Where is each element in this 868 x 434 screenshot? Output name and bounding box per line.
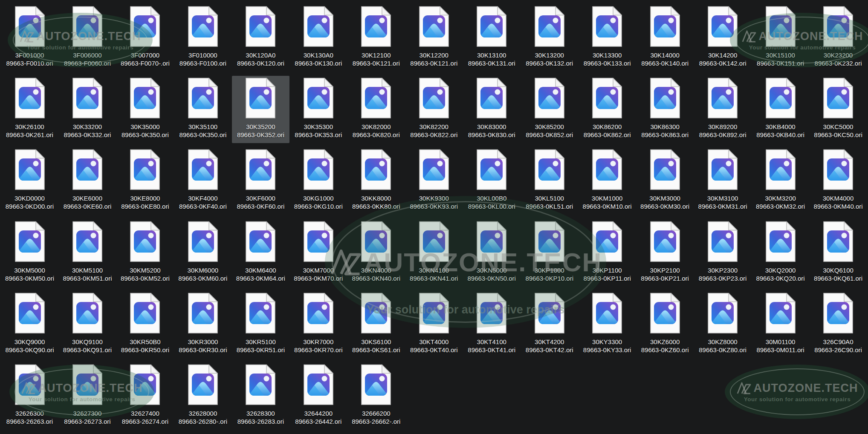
file-item[interactable]: 30KM5100 89663-0KM51.ori [58, 219, 116, 287]
file-item[interactable]: 30KP2100 89663-0KP21.ori [636, 219, 694, 287]
file-item[interactable]: 30KM4000 89663-0KM40.ori [810, 147, 867, 215]
file-item[interactable]: 30KC5000 89663-0KC50.ori [810, 76, 867, 143]
file-item[interactable]: 30KR7000 89663-0KR70.ori [289, 291, 347, 358]
file-item[interactable]: 30KM3100 89663-0KM31.ori [694, 147, 752, 215]
file-item[interactable]: 30KL00B0 89663-0KL00.ori [463, 147, 521, 215]
file-item[interactable]: 30KK9300 89663-0KK93.ori [405, 147, 463, 215]
file-item[interactable]: 3F001000 89663-F0010.ori [1, 4, 58, 72]
file-item[interactable]: 30KR5100 89663-0KR51.ori [232, 291, 289, 358]
file-item[interactable]: 30K13200 89663-0K132.ori [521, 4, 578, 72]
file-item[interactable]: 30KD0000 89663-0KD00.ori [1, 147, 58, 215]
file-item[interactable]: 30KP1100 89663-0KP11.ori [579, 219, 636, 287]
file-item[interactable]: 30K35100 89663-0K350.ori [174, 76, 231, 143]
file-item[interactable]: 30KL5100 89663-0KL51.ori [521, 147, 578, 215]
file-item[interactable]: 30KK8000 89663-0KK80.ori [347, 147, 405, 215]
file-item[interactable]: 30KQ9000 89663-0KQ90.ori [1, 291, 58, 358]
file-item[interactable]: 30K14000 89663-0K140.ori [636, 4, 694, 72]
file-item[interactable]: 30K33200 89663-0K332.ori [58, 76, 116, 143]
file-item[interactable]: 32627300 89663-26273.ori [58, 362, 116, 430]
file-item[interactable]: 30KZ6000 89663-0KZ60.ori [636, 291, 694, 358]
file-item[interactable]: 30KM5000 89663-0KM50.ori [1, 219, 58, 287]
file-title: 30KZ8000 [699, 338, 746, 346]
file-grid[interactable]: 3F001000 89663-F0010.ori 3F006000 89663-… [1, 4, 867, 434]
file-item[interactable]: 30K35300 89663-0K353.ori [289, 76, 347, 143]
file-item[interactable]: 30K15100 89663-0K151.ori [752, 4, 809, 72]
file-item[interactable]: 30KB4000 89663-0KB40.ori [752, 76, 809, 143]
file-item[interactable]: 30KN4000 89663-0KN40.ori [347, 219, 405, 287]
file-item[interactable]: 30KZ8000 89663-0KZ80.ori [694, 291, 752, 358]
file-item[interactable]: 30KT4100 89663-0KT41.ori [463, 291, 521, 358]
file-item[interactable]: 30KM3200 89663-0KM32.ori [752, 147, 809, 215]
file-item[interactable]: 3F007000 89663-F0070-.ori [116, 4, 174, 72]
file-item[interactable]: 30K89200 89663-0K892.ori [694, 76, 752, 143]
file-item[interactable]: 30K12100 89663-0K121.ori [347, 4, 405, 72]
file-item[interactable]: 30K130A0 89663-0K130.ori [289, 4, 347, 72]
file-item[interactable]: 30KS6100 89663-0KS61.ori [347, 291, 405, 358]
file-item[interactable]: 32627400 89663-26274.ori [116, 362, 174, 430]
image-file-icon [360, 149, 392, 190]
file-title: 30K14200 [699, 51, 746, 59]
image-file-icon [418, 149, 450, 190]
file-item[interactable]: 32626300 89663-26263.ori [1, 362, 58, 430]
file-item[interactable]: 30KM1000 89663-0KM10.ori [579, 147, 636, 215]
file-item[interactable]: 30K83000 89663-0K830.ori [463, 76, 521, 143]
file-item[interactable]: 30KQ9100 89663-0KQ91.ori [58, 291, 116, 358]
file-item[interactable]: 30KF6000 89663-0KF60.ori [232, 147, 289, 215]
file-title: 30KN4000 [352, 266, 400, 274]
file-item[interactable]: 30KM5200 89663-0KM52.ori [116, 219, 174, 287]
file-title: 30K130A0 [295, 51, 342, 59]
file-item[interactable]: 30KR50B0 89663-0KR50.ori [116, 291, 174, 358]
file-item[interactable]: 30KM6000 89663-0KM60.ori [174, 219, 231, 287]
file-title: 30KL5100 [526, 194, 573, 202]
file-item[interactable]: 30K120A0 89663-0K120.ori [232, 4, 289, 72]
file-item[interactable]: 30K26100 89663-0K261.ori [1, 76, 58, 143]
file-item[interactable]: 30KE6000 89663-0KE60.ori [58, 147, 116, 215]
file-item[interactable]: 30KM6400 89663-0KM64.ori [232, 219, 289, 287]
file-item[interactable]: 30K23200 89663-0K232.ori [810, 4, 867, 72]
file-item[interactable]: 30KR3000 89663-0KR30.ori [174, 291, 231, 358]
file-item[interactable]: 30KP2300 89663-0KP23.ori [694, 219, 752, 287]
file-item[interactable]: 30K12200 89663-0K121.ori [405, 4, 463, 72]
file-item[interactable]: 30K13300 89663-0K133.ori [579, 4, 636, 72]
file-item[interactable]: 30K86200 89663-0K862.ori [579, 76, 636, 143]
file-item[interactable]: 30K35000 89663-0K350.ori [116, 76, 174, 143]
file-title: 30KS6100 [352, 338, 400, 346]
file-item[interactable]: 30KG1000 89663-0KG10.ori [289, 147, 347, 215]
file-item[interactable]: 3F010000 89663-F0100.ori [174, 4, 231, 72]
file-item[interactable]: 32666200 89663-26662-.ori [347, 362, 405, 430]
file-item[interactable]: 30M01100 89663-0M011.ori [752, 291, 809, 358]
file-item[interactable]: 30KQ6100 89663-0KQ61.ori [810, 219, 867, 287]
file-item[interactable]: 32628300 89663-26283.ori [232, 362, 289, 430]
file-item[interactable]: 326C90A0 89663-26C90.ori [810, 291, 867, 358]
image-file-icon [534, 293, 565, 334]
file-item[interactable]: 32644200 89663-26442.ori [289, 362, 347, 430]
file-name: 89663-0K120.ori [237, 59, 284, 67]
file-item[interactable]: 30K82000 89663-0K820.ori [347, 76, 405, 143]
file-item[interactable]: 30K85200 89663-0K852.ori [521, 76, 578, 143]
file-item[interactable]: 30KQ2000 89663-0KQ20.ori [752, 219, 809, 287]
file-item[interactable]: 30K86300 89663-0K863.ori [636, 76, 694, 143]
file-item[interactable]: 30K13100 89663-0K131.ori [463, 4, 521, 72]
file-item[interactable]: 32628000 89663-26280-.ori [174, 362, 231, 430]
file-item[interactable]: 30KT4200 89663-0KT42.ori [521, 291, 578, 358]
file-item[interactable]: 30KF4000 89663-0KF40.ori [174, 147, 231, 215]
file-title: 3F006000 [64, 51, 111, 59]
file-title: 32666200 [352, 409, 400, 417]
file-item[interactable]: 30K14200 89663-0K142.ori [694, 4, 752, 72]
file-item[interactable]: 30KE8000 89663-0KE80.ori [116, 147, 174, 215]
file-title: 32627300 [64, 409, 110, 417]
file-item[interactable]: 30K35200 89663-0K352.ori [232, 76, 289, 143]
file-item[interactable]: 30K82200 89663-0K822.ori [405, 76, 463, 143]
file-item[interactable]: 30KT4000 89663-0KT40.ori [405, 291, 463, 358]
file-title: 30K89200 [699, 123, 746, 131]
file-item[interactable]: 30KM3000 89663-0KM30.ori [636, 147, 694, 215]
file-item[interactable]: 30KY3300 89663-0KY33.ori [579, 291, 636, 358]
file-item[interactable]: 30KM7000 89663-0KM70.ori [289, 219, 347, 287]
file-name: 89663-0KM50.ori [5, 274, 54, 282]
file-item[interactable]: 3F006000 89663-F0060.ori [58, 4, 116, 72]
folded-corner [556, 221, 564, 230]
file-item[interactable]: 30KN5000 89663-0KN50.ori [463, 219, 521, 287]
file-item[interactable]: 30KP1000 89663-0KP10.ori [521, 219, 578, 287]
file-name: 89663-0KK93.ori [410, 202, 458, 210]
file-item[interactable]: 30KN4100 89663-0KN41.ori [405, 219, 463, 287]
